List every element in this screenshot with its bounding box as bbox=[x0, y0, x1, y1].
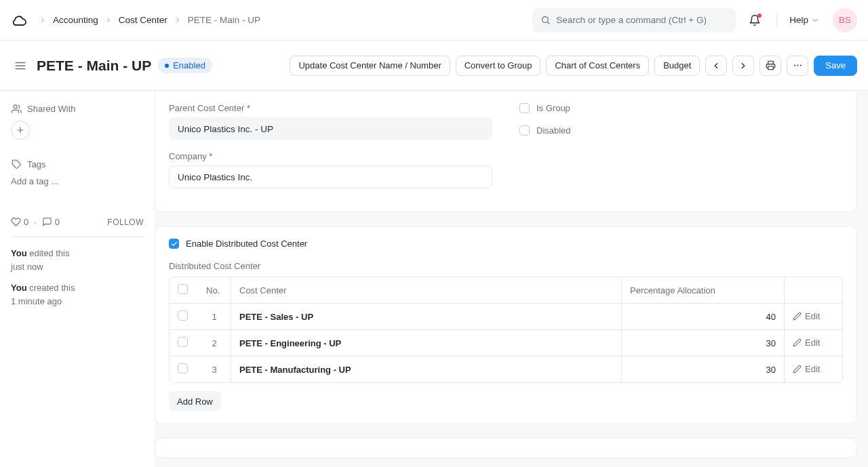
more-button[interactable] bbox=[787, 56, 808, 76]
row-no: 3 bbox=[198, 357, 231, 382]
help-label: Help bbox=[789, 15, 808, 25]
is-group-checkbox-row: Is Group bbox=[519, 103, 843, 113]
company-input[interactable] bbox=[169, 165, 492, 188]
svg-point-7 bbox=[797, 65, 798, 66]
activity-item: You created this 1 minute ago bbox=[11, 281, 144, 308]
main: Parent Cost Center * Company * bbox=[155, 91, 868, 467]
edit-row-button[interactable]: Edit bbox=[793, 338, 820, 348]
comments-count: 0 bbox=[55, 217, 60, 227]
chevron-left-icon bbox=[711, 61, 721, 70]
follow-button[interactable]: FOLLOW bbox=[107, 218, 144, 227]
company-field: Company * bbox=[169, 151, 492, 188]
row-no: 1 bbox=[198, 304, 231, 330]
notification-dot-icon bbox=[757, 14, 762, 18]
distributed-card: Enable Distributed Cost Center Distribut… bbox=[155, 226, 857, 424]
activity-what: edited this bbox=[29, 248, 69, 258]
row-checkbox[interactable] bbox=[178, 337, 188, 347]
heart-icon bbox=[11, 217, 21, 227]
chevron-down-icon bbox=[811, 16, 819, 24]
sidebar-divider bbox=[11, 237, 144, 237]
breadcrumb-current: PETE - Main - UP bbox=[188, 15, 260, 25]
search-icon bbox=[540, 15, 551, 25]
convert-to-group-button[interactable]: Convert to Group bbox=[456, 56, 541, 76]
svg-point-0 bbox=[542, 17, 549, 23]
add-shared-with-button[interactable] bbox=[11, 121, 30, 140]
prev-button[interactable] bbox=[705, 56, 727, 76]
user-avatar[interactable]: BS bbox=[833, 8, 857, 33]
likes-button[interactable]: 0 bbox=[11, 217, 28, 227]
row-alloc[interactable]: 40 bbox=[621, 304, 784, 330]
alloc-header: Percentage Allocation bbox=[621, 277, 784, 304]
enable-distributed-checkbox[interactable] bbox=[169, 239, 179, 249]
more-horizontal-icon bbox=[793, 60, 803, 70]
edit-row-button[interactable]: Edit bbox=[793, 364, 820, 374]
app-logo-icon[interactable] bbox=[11, 12, 27, 28]
tags-input[interactable] bbox=[11, 176, 144, 186]
notifications-button[interactable] bbox=[743, 8, 767, 33]
disabled-label: Disabled bbox=[536, 125, 571, 136]
row-checkbox[interactable] bbox=[178, 363, 188, 373]
breadcrumb-accounting[interactable]: Accounting bbox=[53, 15, 98, 25]
required-icon: * bbox=[209, 151, 212, 161]
print-button[interactable] bbox=[760, 56, 781, 76]
enable-distributed-label: Enable Distributed Cost Center bbox=[186, 239, 307, 249]
parent-cost-center-input[interactable] bbox=[169, 117, 492, 140]
svg-point-6 bbox=[794, 65, 795, 66]
table-row: 1 PETE - Sales - UP 40 Edit bbox=[170, 304, 842, 330]
tags-row: Tags bbox=[11, 155, 144, 174]
sidebar-toggle-button[interactable] bbox=[11, 56, 30, 75]
edit-row-button[interactable]: Edit bbox=[793, 311, 820, 321]
content: Shared With Tags 0 · 0 FOLLOW bbox=[0, 91, 868, 467]
users-icon bbox=[11, 103, 22, 114]
chart-of-cost-centers-button[interactable]: Chart of Cost Centers bbox=[546, 56, 649, 76]
row-checkbox[interactable] bbox=[178, 310, 188, 321]
help-menu[interactable]: Help bbox=[787, 15, 822, 25]
engagement-row: 0 · 0 FOLLOW bbox=[11, 217, 144, 227]
edit-header bbox=[784, 277, 842, 304]
select-all-header bbox=[170, 277, 198, 304]
chevron-right-icon bbox=[39, 17, 46, 24]
divider bbox=[776, 13, 777, 28]
row-alloc[interactable]: 30 bbox=[621, 357, 784, 382]
pencil-icon bbox=[793, 365, 802, 373]
breadcrumb-cost-center[interactable]: Cost Center bbox=[119, 15, 167, 25]
company-label: Company * bbox=[169, 151, 492, 161]
row-alloc[interactable]: 30 bbox=[621, 330, 784, 357]
shared-with-label: Shared With bbox=[27, 104, 76, 114]
add-row-button[interactable]: Add Row bbox=[169, 391, 221, 411]
shared-with-row: Shared With bbox=[11, 99, 144, 118]
comments-button[interactable]: 0 bbox=[42, 217, 60, 227]
search-box[interactable] bbox=[532, 8, 736, 33]
select-all-checkbox[interactable] bbox=[178, 284, 188, 294]
tags-label: Tags bbox=[27, 159, 45, 169]
enable-distributed-row: Enable Distributed Cost Center bbox=[169, 239, 843, 249]
activity-item: You edited this just now bbox=[11, 247, 144, 273]
status-label: Enabled bbox=[173, 60, 205, 70]
status-dot-icon bbox=[165, 64, 169, 68]
search-input[interactable] bbox=[556, 15, 728, 25]
budget-button[interactable]: Budget bbox=[654, 56, 700, 76]
update-name-button[interactable]: Update Cost Center Name / Number bbox=[290, 56, 450, 76]
chevron-right-icon bbox=[174, 17, 181, 24]
status-badge: Enabled bbox=[158, 58, 212, 73]
pencil-icon bbox=[793, 312, 802, 321]
row-cc[interactable]: PETE - Sales - UP bbox=[231, 304, 621, 330]
svg-point-8 bbox=[800, 65, 802, 66]
page-title: PETE - Main - UP bbox=[37, 58, 151, 74]
activity-who: You bbox=[11, 283, 27, 293]
svg-rect-5 bbox=[768, 66, 774, 70]
next-button[interactable] bbox=[732, 56, 754, 76]
disabled-checkbox[interactable] bbox=[519, 125, 530, 136]
tag-icon bbox=[11, 159, 22, 169]
activity-who: You bbox=[11, 248, 27, 258]
save-button[interactable]: Save bbox=[814, 56, 857, 76]
row-cc[interactable]: PETE - Engineering - UP bbox=[231, 330, 621, 357]
disabled-checkbox-row: Disabled bbox=[519, 125, 843, 136]
table-row: 2 PETE - Engineering - UP 30 Edit bbox=[170, 330, 842, 357]
row-cc[interactable]: PETE - Manufacturing - UP bbox=[231, 357, 621, 382]
header-actions: Update Cost Center Name / Number Convert… bbox=[290, 56, 857, 76]
is-group-checkbox[interactable] bbox=[519, 103, 530, 113]
svg-point-9 bbox=[14, 104, 17, 108]
printer-icon bbox=[766, 60, 776, 70]
breadcrumb: Accounting Cost Center PETE - Main - UP bbox=[39, 15, 260, 25]
